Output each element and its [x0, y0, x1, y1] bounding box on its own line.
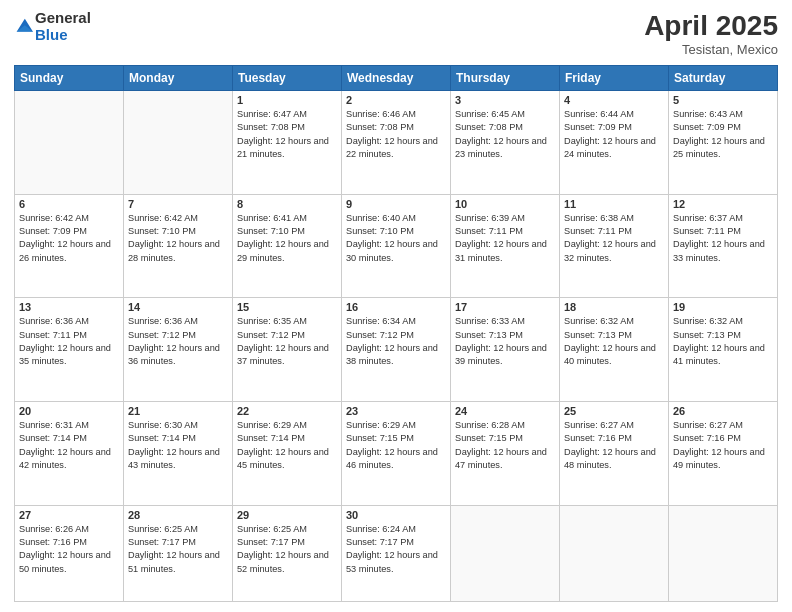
daylight-text: Daylight: 12 hours and 37 minutes. [237, 342, 337, 369]
col-tuesday: Tuesday [233, 66, 342, 91]
sunset-text: Sunset: 7:16 PM [19, 536, 119, 549]
daylight-text: Daylight: 12 hours and 42 minutes. [19, 446, 119, 473]
sunrise-text: Sunrise: 6:29 AM [237, 419, 337, 432]
day-number: 28 [128, 509, 228, 521]
sunrise-text: Sunrise: 6:26 AM [19, 523, 119, 536]
sunrise-text: Sunrise: 6:36 AM [19, 315, 119, 328]
daylight-text: Daylight: 12 hours and 48 minutes. [564, 446, 664, 473]
day-number: 4 [564, 94, 664, 106]
table-row: 25Sunrise: 6:27 AMSunset: 7:16 PMDayligh… [560, 401, 669, 505]
sunset-text: Sunset: 7:11 PM [673, 225, 773, 238]
day-number: 12 [673, 198, 773, 210]
table-row: 4Sunrise: 6:44 AMSunset: 7:09 PMDaylight… [560, 91, 669, 195]
day-number: 18 [564, 301, 664, 313]
day-info: Sunrise: 6:32 AMSunset: 7:13 PMDaylight:… [673, 315, 773, 368]
col-friday: Friday [560, 66, 669, 91]
day-number: 29 [237, 509, 337, 521]
sunrise-text: Sunrise: 6:25 AM [237, 523, 337, 536]
sunset-text: Sunset: 7:11 PM [455, 225, 555, 238]
daylight-text: Daylight: 12 hours and 53 minutes. [346, 549, 446, 576]
day-number: 6 [19, 198, 119, 210]
table-row: 6Sunrise: 6:42 AMSunset: 7:09 PMDaylight… [15, 194, 124, 298]
table-row [669, 505, 778, 601]
sunrise-text: Sunrise: 6:38 AM [564, 212, 664, 225]
day-info: Sunrise: 6:29 AMSunset: 7:14 PMDaylight:… [237, 419, 337, 472]
table-row: 16Sunrise: 6:34 AMSunset: 7:12 PMDayligh… [342, 298, 451, 402]
table-row: 24Sunrise: 6:28 AMSunset: 7:15 PMDayligh… [451, 401, 560, 505]
day-info: Sunrise: 6:38 AMSunset: 7:11 PMDaylight:… [564, 212, 664, 265]
day-info: Sunrise: 6:25 AMSunset: 7:17 PMDaylight:… [237, 523, 337, 576]
day-info: Sunrise: 6:42 AMSunset: 7:09 PMDaylight:… [19, 212, 119, 265]
day-info: Sunrise: 6:27 AMSunset: 7:16 PMDaylight:… [673, 419, 773, 472]
day-number: 7 [128, 198, 228, 210]
daylight-text: Daylight: 12 hours and 51 minutes. [128, 549, 228, 576]
table-row: 5Sunrise: 6:43 AMSunset: 7:09 PMDaylight… [669, 91, 778, 195]
sunset-text: Sunset: 7:13 PM [455, 329, 555, 342]
day-info: Sunrise: 6:39 AMSunset: 7:11 PMDaylight:… [455, 212, 555, 265]
sunrise-text: Sunrise: 6:44 AM [564, 108, 664, 121]
daylight-text: Daylight: 12 hours and 38 minutes. [346, 342, 446, 369]
sunrise-text: Sunrise: 6:30 AM [128, 419, 228, 432]
daylight-text: Daylight: 12 hours and 24 minutes. [564, 135, 664, 162]
sunrise-text: Sunrise: 6:43 AM [673, 108, 773, 121]
day-number: 5 [673, 94, 773, 106]
sunset-text: Sunset: 7:17 PM [128, 536, 228, 549]
day-info: Sunrise: 6:47 AMSunset: 7:08 PMDaylight:… [237, 108, 337, 161]
sunrise-text: Sunrise: 6:45 AM [455, 108, 555, 121]
day-number: 13 [19, 301, 119, 313]
logo-text-line2: Blue [35, 27, 91, 44]
sunset-text: Sunset: 7:16 PM [564, 432, 664, 445]
day-info: Sunrise: 6:31 AMSunset: 7:14 PMDaylight:… [19, 419, 119, 472]
sunset-text: Sunset: 7:14 PM [128, 432, 228, 445]
table-row: 20Sunrise: 6:31 AMSunset: 7:14 PMDayligh… [15, 401, 124, 505]
daylight-text: Daylight: 12 hours and 36 minutes. [128, 342, 228, 369]
day-info: Sunrise: 6:27 AMSunset: 7:16 PMDaylight:… [564, 419, 664, 472]
sunset-text: Sunset: 7:12 PM [346, 329, 446, 342]
sunrise-text: Sunrise: 6:42 AM [19, 212, 119, 225]
day-info: Sunrise: 6:33 AMSunset: 7:13 PMDaylight:… [455, 315, 555, 368]
table-row: 10Sunrise: 6:39 AMSunset: 7:11 PMDayligh… [451, 194, 560, 298]
sunrise-text: Sunrise: 6:41 AM [237, 212, 337, 225]
day-info: Sunrise: 6:30 AMSunset: 7:14 PMDaylight:… [128, 419, 228, 472]
table-row: 7Sunrise: 6:42 AMSunset: 7:10 PMDaylight… [124, 194, 233, 298]
daylight-text: Daylight: 12 hours and 31 minutes. [455, 238, 555, 265]
daylight-text: Daylight: 12 hours and 52 minutes. [237, 549, 337, 576]
daylight-text: Daylight: 12 hours and 23 minutes. [455, 135, 555, 162]
day-info: Sunrise: 6:34 AMSunset: 7:12 PMDaylight:… [346, 315, 446, 368]
sunset-text: Sunset: 7:16 PM [673, 432, 773, 445]
day-number: 26 [673, 405, 773, 417]
table-row: 27Sunrise: 6:26 AMSunset: 7:16 PMDayligh… [15, 505, 124, 601]
day-info: Sunrise: 6:37 AMSunset: 7:11 PMDaylight:… [673, 212, 773, 265]
col-sunday: Sunday [15, 66, 124, 91]
sunrise-text: Sunrise: 6:42 AM [128, 212, 228, 225]
sunset-text: Sunset: 7:12 PM [128, 329, 228, 342]
sunset-text: Sunset: 7:13 PM [673, 329, 773, 342]
daylight-text: Daylight: 12 hours and 33 minutes. [673, 238, 773, 265]
table-row: 12Sunrise: 6:37 AMSunset: 7:11 PMDayligh… [669, 194, 778, 298]
sunrise-text: Sunrise: 6:33 AM [455, 315, 555, 328]
sunset-text: Sunset: 7:09 PM [673, 121, 773, 134]
day-info: Sunrise: 6:46 AMSunset: 7:08 PMDaylight:… [346, 108, 446, 161]
logo-icon [15, 17, 33, 35]
table-row [451, 505, 560, 601]
day-info: Sunrise: 6:35 AMSunset: 7:12 PMDaylight:… [237, 315, 337, 368]
sunset-text: Sunset: 7:08 PM [346, 121, 446, 134]
daylight-text: Daylight: 12 hours and 26 minutes. [19, 238, 119, 265]
day-info: Sunrise: 6:40 AMSunset: 7:10 PMDaylight:… [346, 212, 446, 265]
daylight-text: Daylight: 12 hours and 25 minutes. [673, 135, 773, 162]
day-number: 15 [237, 301, 337, 313]
day-number: 2 [346, 94, 446, 106]
sunrise-text: Sunrise: 6:35 AM [237, 315, 337, 328]
day-number: 23 [346, 405, 446, 417]
sunrise-text: Sunrise: 6:47 AM [237, 108, 337, 121]
daylight-text: Daylight: 12 hours and 39 minutes. [455, 342, 555, 369]
day-info: Sunrise: 6:36 AMSunset: 7:11 PMDaylight:… [19, 315, 119, 368]
sunset-text: Sunset: 7:08 PM [455, 121, 555, 134]
sunrise-text: Sunrise: 6:36 AM [128, 315, 228, 328]
col-wednesday: Wednesday [342, 66, 451, 91]
day-number: 10 [455, 198, 555, 210]
table-row: 2Sunrise: 6:46 AMSunset: 7:08 PMDaylight… [342, 91, 451, 195]
sunrise-text: Sunrise: 6:40 AM [346, 212, 446, 225]
daylight-text: Daylight: 12 hours and 50 minutes. [19, 549, 119, 576]
sunrise-text: Sunrise: 6:32 AM [673, 315, 773, 328]
